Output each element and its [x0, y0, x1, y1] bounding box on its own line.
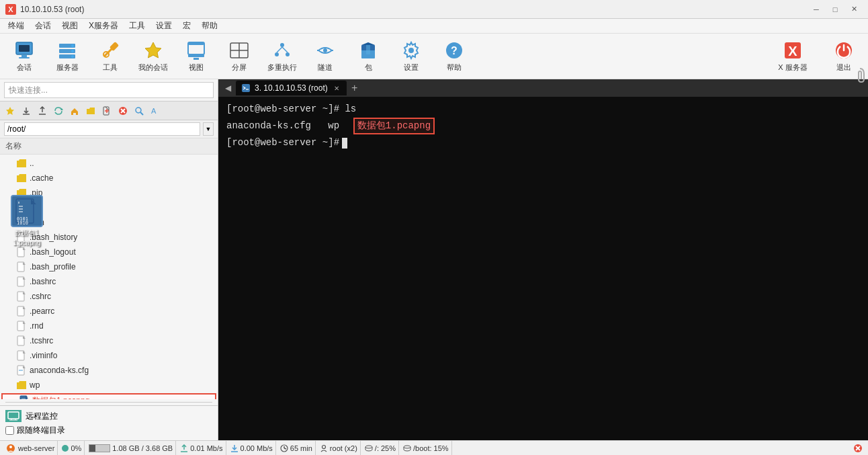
menu-settings[interactable]: 设置	[150, 19, 177, 33]
toolbar-btn-server[interactable]: 服务器	[48, 37, 86, 76]
svg-point-25	[323, 48, 327, 52]
follow-dir-checkbox[interactable]: 跟随终端目录	[5, 425, 212, 436]
tree-item-rnd[interactable]: .rnd	[0, 319, 218, 333]
file-icon-bashrc	[16, 276, 27, 287]
sidebar-folder-btn[interactable]	[83, 104, 98, 118]
sidebar-download-btn[interactable]	[19, 104, 34, 118]
path-bar: ▼	[0, 120, 218, 138]
toolbar-btn-settings[interactable]: 设置	[392, 37, 430, 76]
mysession-icon	[142, 40, 164, 61]
title-bar-title: 10.10.10.53 (root)	[20, 5, 84, 14]
menu-xserver[interactable]: X服务器	[83, 19, 124, 33]
toolbar-btn-help[interactable]: ? 帮助	[435, 37, 473, 76]
svg-line-23	[277, 47, 282, 52]
menu-macro[interactable]: 宏	[177, 19, 196, 33]
tab-add-btn[interactable]: +	[348, 81, 361, 95]
tree-item-pcapng[interactable]: 数据包1.pcapng	[1, 393, 216, 399]
sidebar-filter-btn[interactable]: A	[148, 104, 163, 118]
sidebar-newfile-btn[interactable]	[99, 104, 114, 118]
status-memory-value: 1.08 GB / 3.68 GB	[112, 444, 173, 452]
toolbar: 会话 服务器 工具	[0, 34, 868, 79]
tab-terminal-1[interactable]: 3. 10.10.10.53 (root) ✕	[236, 81, 347, 95]
svg-rect-16	[193, 58, 199, 60]
status-error[interactable]	[851, 441, 865, 455]
toolbar-btn-tools[interactable]: 工具	[91, 37, 129, 76]
follow-dir-check[interactable]	[5, 426, 14, 435]
tree-item-anaconda[interactable]: anaconda-ks.cfg	[0, 363, 218, 378]
toolbar-btn-view[interactable]: 视图	[177, 37, 215, 76]
status-cpu-dot	[62, 445, 69, 452]
minimize-button[interactable]: ─	[808, 3, 825, 16]
tree-item-bash-profile[interactable]: .bash_profile	[0, 259, 218, 274]
menu-help[interactable]: 帮助	[196, 19, 223, 33]
file-icon-viminfo	[16, 350, 27, 361]
toolbar-btn-session[interactable]: 会话	[5, 37, 43, 76]
sidebar-divider	[5, 402, 212, 403]
sidebar-star-btn[interactable]	[3, 104, 17, 118]
folder-icon-cache	[16, 173, 27, 183]
sidebar-delete-btn[interactable]	[116, 104, 130, 118]
tree-item-bash-logout[interactable]: .bash_logout	[0, 245, 218, 259]
quick-connect-input[interactable]: 快速连接...	[4, 82, 214, 98]
menu-bar: 终端 会话 视图 X服务器 工具 设置 宏 帮助	[0, 19, 868, 34]
tree-item-cache[interactable]: .cache	[0, 171, 218, 185]
remote-monitor-btn[interactable]: 远程监控	[5, 410, 212, 422]
sidebar-home-btn[interactable]	[67, 104, 82, 118]
folder-icon-wp	[16, 380, 27, 390]
tree-item-bashrc[interactable]: .bashrc	[0, 274, 218, 289]
tunnel-icon	[314, 40, 336, 61]
tree-item-dotdot[interactable]: ..	[0, 156, 218, 171]
maximize-button[interactable]: □	[826, 3, 844, 16]
sidebar-upload-btn[interactable]	[35, 104, 50, 118]
view-icon	[185, 40, 207, 61]
multiexec-icon	[271, 40, 293, 61]
desktop-icon-image: 0101 1010	[11, 195, 43, 227]
remote-monitor-label: 远程监控	[26, 411, 58, 422]
path-dropdown[interactable]: ▼	[203, 122, 214, 136]
term-line-3: [root@web-server ~]#	[226, 136, 860, 150]
user-icon	[320, 444, 328, 452]
split-icon	[228, 40, 250, 61]
svg-text:?: ?	[451, 45, 458, 56]
close-button[interactable]: ✕	[845, 3, 863, 16]
memory-bar-bg	[89, 444, 110, 452]
svg-point-7	[71, 44, 74, 47]
sidebar-refresh-btn[interactable]	[51, 104, 66, 118]
desktop-icon-pcapng[interactable]: 0101 1010 数据包1 1.pcapng	[5, 195, 48, 247]
path-input[interactable]	[4, 122, 200, 136]
tree-item-viminfo[interactable]: .viminfo	[0, 348, 218, 363]
svg-marker-12	[145, 42, 161, 58]
status-server: web-server	[3, 441, 58, 455]
toolbar-btn-mysession[interactable]: 我的会话	[134, 37, 172, 76]
menu-terminal[interactable]: 终端	[3, 19, 30, 33]
tree-item-tcshrc[interactable]: .tcshrc	[0, 333, 218, 348]
terminal-content[interactable]: [root@web-server ~]# ls anaconda-ks.cfg …	[218, 97, 868, 440]
svg-text:1010: 1010	[17, 220, 28, 224]
error-icon	[853, 444, 863, 453]
menu-view[interactable]: 视图	[56, 19, 83, 33]
tree-item-wp[interactable]: wp	[0, 378, 218, 392]
file-tree[interactable]: .. .cache .pip .pki .ssh	[0, 155, 218, 399]
toolbar-btn-package[interactable]: 包	[349, 37, 387, 76]
svg-point-80	[365, 446, 372, 448]
svg-text:A: A	[151, 107, 157, 115]
tree-item-pearrc[interactable]: .pearrc	[0, 304, 218, 319]
menu-session[interactable]: 会话	[30, 19, 56, 33]
toolbar-btn-tunnel[interactable]: 隧道	[306, 37, 344, 76]
toolbar-btn-split[interactable]: 分屏	[220, 37, 258, 76]
tree-item-cshrc[interactable]: .cshrc	[0, 289, 218, 304]
status-server-name: web-server	[18, 444, 54, 452]
term-line-1: [root@web-server ~]# ls	[226, 102, 860, 116]
menu-tools[interactable]: 工具	[124, 19, 150, 33]
sidebar-search-btn[interactable]	[132, 104, 146, 118]
title-bar-left: X 10.10.10.53 (root)	[5, 4, 84, 15]
file-icon-anaconda	[16, 365, 27, 376]
tab-nav-left[interactable]: ◀	[221, 81, 234, 95]
tab-close-btn[interactable]: ✕	[332, 83, 341, 93]
status-time: 65 min	[277, 441, 316, 455]
svg-point-21	[275, 52, 279, 56]
app-icon: X	[5, 4, 16, 15]
toolbar-btn-xserver[interactable]: X X 服务器	[766, 37, 820, 76]
toolbar-btn-multiexec[interactable]: 多重执行	[263, 37, 301, 76]
svg-line-49	[140, 112, 143, 115]
